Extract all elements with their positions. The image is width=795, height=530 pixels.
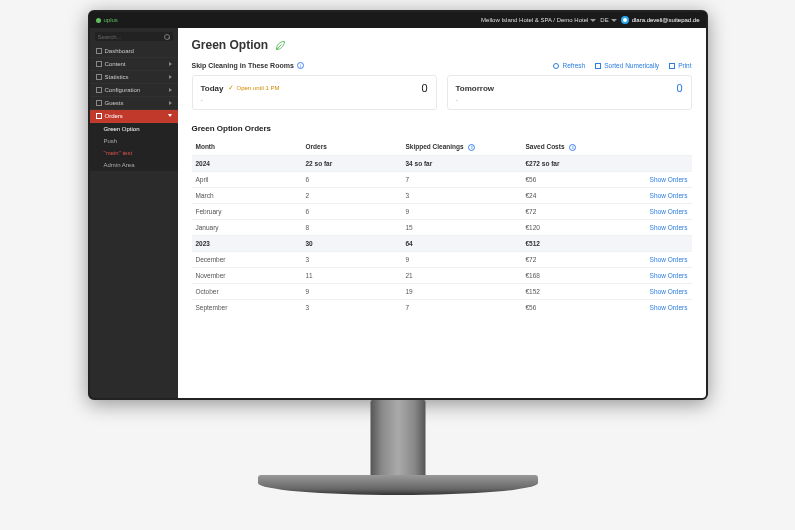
print-button[interactable]: Print bbox=[669, 62, 691, 69]
sort-button[interactable]: Sorted Numerically bbox=[595, 62, 659, 69]
cell-cost: €152 bbox=[522, 283, 602, 299]
cell-skip: 9 bbox=[402, 203, 522, 219]
sidebar-sub-admin-area[interactable]: Admin Area bbox=[90, 159, 178, 171]
cell-cost: €72 bbox=[522, 203, 602, 219]
sidebar-sub-push[interactable]: Push bbox=[90, 135, 178, 147]
cell-orders: 3 bbox=[302, 251, 402, 267]
card-today: Today ✓Open until 1 PM 0 - bbox=[192, 75, 437, 110]
table-row: March23€24Show Orders bbox=[192, 187, 692, 203]
orders-icon bbox=[96, 113, 102, 119]
th-orders: Orders bbox=[302, 139, 402, 155]
monitor-frame: uplus Mellow Island Hotel & SPA / Demo H… bbox=[88, 10, 708, 400]
cell-orders: 3 bbox=[302, 299, 402, 315]
cell-cost: €512 bbox=[522, 235, 602, 251]
cell-action: Show Orders bbox=[602, 203, 692, 219]
show-orders-link[interactable]: Show Orders bbox=[650, 192, 688, 199]
cell-skip: 34 so far bbox=[402, 155, 522, 171]
brand-text: uplus bbox=[104, 17, 118, 23]
cell-month: January bbox=[192, 219, 302, 235]
table-row: November1121€168Show Orders bbox=[192, 267, 692, 283]
sidebar-item-label: Orders bbox=[105, 113, 123, 119]
sidebar-item-statistics[interactable]: Statistics bbox=[90, 71, 178, 84]
show-orders-link[interactable]: Show Orders bbox=[650, 224, 688, 231]
table-row: January815€120Show Orders bbox=[192, 219, 692, 235]
orders-table: Month Orders Skipped Cleanings i Saved C… bbox=[192, 139, 692, 315]
search-input[interactable]: Search... bbox=[95, 32, 173, 41]
th-skip: Skipped Cleanings i bbox=[402, 139, 522, 155]
show-orders-link[interactable]: Show Orders bbox=[650, 208, 688, 215]
sidebar-item-label: Content bbox=[105, 61, 126, 67]
cell-cost: €120 bbox=[522, 219, 602, 235]
cell-orders: 11 bbox=[302, 267, 402, 283]
card-today-title: Today bbox=[201, 84, 224, 93]
cell-action: Show Orders bbox=[602, 251, 692, 267]
chevron-down-icon bbox=[590, 19, 596, 22]
content-icon bbox=[96, 61, 102, 67]
cell-orders: 2 bbox=[302, 187, 402, 203]
table-row: September37€56Show Orders bbox=[192, 299, 692, 315]
sidebar-item-orders[interactable]: Orders bbox=[90, 110, 178, 123]
sidebar-item-configuration[interactable]: Configuration bbox=[90, 84, 178, 97]
sort-icon bbox=[595, 63, 601, 69]
language-selector[interactable]: DE bbox=[600, 17, 616, 23]
sidebar-item-guests[interactable]: Guests bbox=[90, 97, 178, 110]
show-orders-link[interactable]: Show Orders bbox=[650, 272, 688, 279]
sidebar-item-content[interactable]: Content bbox=[90, 58, 178, 71]
cell-action bbox=[602, 235, 692, 251]
cell-month: 2024 bbox=[192, 155, 302, 171]
sidebar: Search... Dashboard Content Statistics C… bbox=[90, 28, 178, 398]
avatar bbox=[621, 16, 629, 24]
cell-action: Show Orders bbox=[602, 267, 692, 283]
hotel-selector[interactable]: Mellow Island Hotel & SPA / Demo Hotel bbox=[481, 17, 596, 23]
cell-skip: 64 bbox=[402, 235, 522, 251]
sidebar-item-dashboard[interactable]: Dashboard bbox=[90, 45, 178, 58]
cell-orders: 8 bbox=[302, 219, 402, 235]
cell-month: April bbox=[192, 171, 302, 187]
cell-cost: €56 bbox=[522, 299, 602, 315]
user-menu[interactable]: dlara.develi@suitepad.de bbox=[621, 16, 700, 24]
sidebar-sub-mein-test[interactable]: "mein" test bbox=[90, 147, 178, 159]
print-icon bbox=[669, 63, 675, 69]
sidebar-sub-green-option[interactable]: Green Option bbox=[90, 123, 178, 135]
skip-cleaning-header: Skip Cleaning in These Rooms i Refresh S… bbox=[192, 62, 692, 69]
show-orders-link[interactable]: Show Orders bbox=[650, 304, 688, 311]
monitor-stand-neck bbox=[370, 400, 425, 480]
sidebar-item-label: Statistics bbox=[105, 74, 129, 80]
monitor-stand-base bbox=[258, 475, 538, 495]
cell-action: Show Orders bbox=[602, 219, 692, 235]
sidebar-orders-submenu: Green Option Push "mein" test Admin Area bbox=[90, 123, 178, 171]
statistics-icon bbox=[96, 74, 102, 80]
orders-table-title: Green Option Orders bbox=[192, 124, 692, 133]
table-row: October919€152Show Orders bbox=[192, 283, 692, 299]
show-orders-link[interactable]: Show Orders bbox=[650, 176, 688, 183]
sidebar-item-label: Configuration bbox=[105, 87, 141, 93]
show-orders-link[interactable]: Show Orders bbox=[650, 256, 688, 263]
table-row: 202422 so far34 so far€272 so far bbox=[192, 155, 692, 171]
topbar: uplus Mellow Island Hotel & SPA / Demo H… bbox=[90, 12, 706, 28]
cell-action: Show Orders bbox=[602, 171, 692, 187]
skip-cleaning-title: Skip Cleaning in These Rooms bbox=[192, 62, 294, 69]
info-icon[interactable]: i bbox=[297, 62, 304, 69]
refresh-icon bbox=[553, 63, 559, 69]
brand-dot-icon bbox=[96, 18, 101, 23]
cell-month: November bbox=[192, 267, 302, 283]
guests-icon bbox=[96, 100, 102, 106]
table-row: February69€72Show Orders bbox=[192, 203, 692, 219]
info-icon[interactable]: i bbox=[468, 144, 475, 151]
cell-orders: 22 so far bbox=[302, 155, 402, 171]
cell-month: December bbox=[192, 251, 302, 267]
show-orders-link[interactable]: Show Orders bbox=[650, 288, 688, 295]
brand-logo: uplus bbox=[96, 17, 118, 23]
table-row: December39€72Show Orders bbox=[192, 251, 692, 267]
page-title: Green Option bbox=[192, 38, 692, 52]
card-tomorrow-dash: - bbox=[456, 96, 683, 103]
dashboard-icon bbox=[96, 48, 102, 54]
info-icon[interactable]: i bbox=[569, 144, 576, 151]
cell-skip: 19 bbox=[402, 283, 522, 299]
refresh-button[interactable]: Refresh bbox=[553, 62, 585, 69]
cell-month: March bbox=[192, 187, 302, 203]
cell-orders: 9 bbox=[302, 283, 402, 299]
th-month: Month bbox=[192, 139, 302, 155]
card-today-dash: - bbox=[201, 96, 428, 103]
cell-cost: €272 so far bbox=[522, 155, 602, 171]
